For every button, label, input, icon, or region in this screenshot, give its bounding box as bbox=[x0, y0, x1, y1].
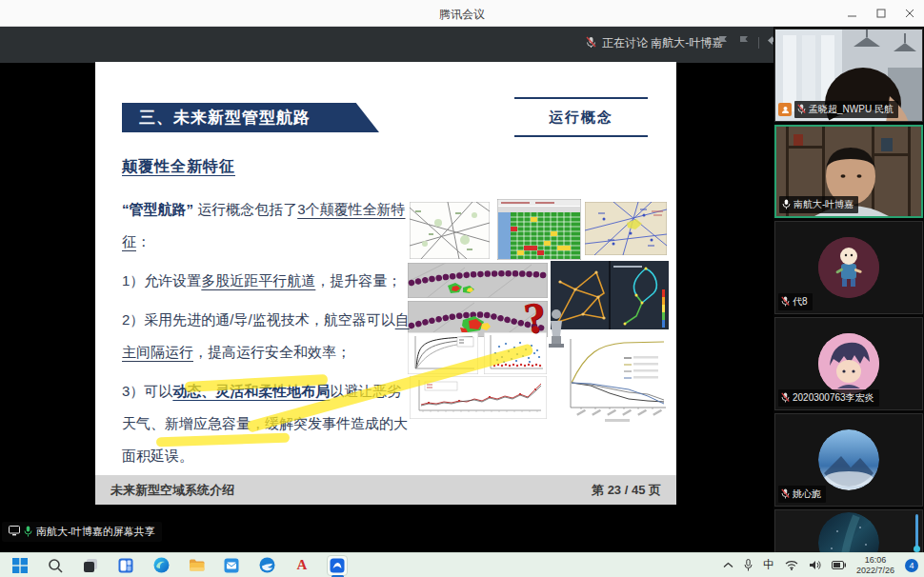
tray-clock[interactable]: 16:06 2022/7/26 bbox=[856, 555, 894, 576]
notification-badge[interactable]: 4 bbox=[905, 559, 918, 572]
muted-mic-icon bbox=[781, 296, 790, 308]
tray-mic-icon[interactable] bbox=[744, 559, 753, 571]
sidebar-scrollbar[interactable] bbox=[915, 514, 918, 548]
flag-icon-2[interactable] bbox=[737, 34, 751, 51]
presentation-slide: 三、未来新型管型航路 运行概念 颠覆性全新特征 “管型航路” 运行概念包括了3个… bbox=[95, 62, 676, 505]
video-tile-5[interactable]: 姚心旎 bbox=[774, 413, 923, 507]
axure-letter: A bbox=[297, 557, 308, 573]
volume-icon[interactable] bbox=[809, 560, 821, 570]
corner-tag-label: 运行概念 bbox=[549, 109, 613, 127]
figure-aeronautical-chart bbox=[585, 202, 667, 255]
speaking-status-text: 正在讨论 南航大-叶博嘉 bbox=[602, 35, 723, 51]
slide-title: 三、未来新型管型航路 bbox=[122, 107, 311, 129]
file-explorer-icon[interactable] bbox=[186, 555, 207, 576]
muted-mic-icon bbox=[781, 392, 790, 405]
window-titlebar: 腾讯会议 bbox=[0, 0, 924, 27]
question-mark-figure: ? bbox=[524, 296, 583, 353]
participant-name: 南航大-叶博嘉 bbox=[793, 198, 854, 211]
video-tile-6[interactable]: 于鹤楠 bbox=[774, 509, 923, 552]
mail-icon[interactable] bbox=[221, 555, 242, 576]
figure-airway-map bbox=[410, 202, 490, 259]
participant-name: 姚心旎 bbox=[793, 487, 821, 501]
video-tile-1[interactable]: 孟晓超_NWPU 民航 bbox=[774, 29, 923, 122]
battery-icon[interactable] bbox=[832, 561, 846, 569]
search-icon[interactable] bbox=[45, 555, 66, 576]
speaking-status: 正在讨论 南航大-叶博嘉 bbox=[586, 35, 723, 51]
wifi-icon[interactable] bbox=[785, 560, 798, 570]
muted-mic-icon bbox=[586, 36, 596, 51]
share-header-tools bbox=[716, 34, 781, 51]
start-button-icon[interactable] bbox=[10, 555, 30, 576]
participant-name: 2020300763李宏炎 bbox=[793, 391, 874, 405]
active-mic-icon bbox=[782, 199, 791, 211]
slide-title-banner: 三、未来新型管型航路 bbox=[122, 103, 379, 132]
tencent-meeting-app-icon[interactable] bbox=[327, 555, 348, 576]
figure-tube-route-weather-1 bbox=[408, 263, 548, 298]
active-mic-icon bbox=[24, 526, 32, 539]
screen-share-label-text: 南航大-叶博嘉的屏幕共享 bbox=[36, 525, 155, 539]
windows-taskbar: A 中 16:06 2022/ bbox=[0, 552, 924, 577]
video-tile-2[interactable]: 南航大-叶博嘉 bbox=[774, 125, 923, 218]
browser-e-icon[interactable] bbox=[256, 555, 277, 576]
edge-browser-icon[interactable] bbox=[151, 555, 171, 576]
close-button[interactable] bbox=[895, 0, 924, 27]
screen-share-label: 南航大-叶博嘉的屏幕共享 bbox=[2, 522, 162, 542]
slide-footer-title: 未来新型空域系统介绍 bbox=[110, 482, 234, 499]
tray-date: 2022/7/26 bbox=[856, 566, 894, 576]
figure-traffic-data-table bbox=[497, 199, 581, 260]
ime-indicator[interactable]: 中 bbox=[763, 557, 774, 573]
slide-page-number: 第 23 / 45 页 bbox=[592, 482, 661, 499]
system-tray: 中 16:06 2022/7/26 4 bbox=[723, 553, 924, 577]
list-item-1: 1）允许设置多股近距平行航道，提升容量； bbox=[122, 265, 415, 297]
participant-name: 代8 bbox=[793, 295, 808, 308]
widgets-icon[interactable] bbox=[115, 555, 136, 576]
monitor-icon bbox=[9, 526, 20, 538]
intro-paragraph: “管型航路” 运行概念包括了3个颠覆性全新特征： bbox=[122, 193, 415, 258]
list-item-2: 2）采用先进的通/导/监视技术，航空器可以自主间隔运行，提高运行安全和效率； bbox=[122, 304, 415, 368]
host-badge-icon bbox=[778, 103, 792, 116]
divider bbox=[758, 37, 759, 49]
window-title: 腾讯会议 bbox=[0, 7, 924, 23]
task-view-icon[interactable] bbox=[80, 555, 101, 576]
video-tile-4[interactable]: 2020300763李宏炎 bbox=[774, 317, 923, 410]
tray-time: 16:06 bbox=[865, 555, 887, 566]
question-mark-glyph: ? bbox=[524, 296, 549, 341]
tencent-meeting-window: 腾讯会议 正在讨论 南航大-叶博嘉 bbox=[0, 0, 924, 577]
video-tile-3[interactable]: 代8 bbox=[774, 221, 923, 314]
share-header-strip: 正在讨论 南航大-叶博嘉 bbox=[0, 27, 773, 63]
axure-app-icon[interactable]: A bbox=[291, 555, 312, 576]
participant-name: 孟晓超_NWPU 民航 bbox=[809, 103, 894, 116]
minimize-button[interactable] bbox=[838, 0, 867, 27]
slide-footer-bar: 未来新型空域系统介绍 第 23 / 45 页 bbox=[95, 475, 676, 505]
muted-mic-icon bbox=[797, 104, 806, 116]
maximize-button[interactable] bbox=[867, 0, 895, 27]
muted-mic-icon bbox=[781, 488, 790, 501]
corner-tag: 运行概念 bbox=[514, 97, 648, 137]
participants-sidebar: 孟晓超_NWPU 民航 bbox=[773, 27, 924, 552]
hidden-icons-chevron[interactable] bbox=[723, 562, 733, 568]
flag-icon[interactable] bbox=[716, 34, 730, 51]
section-heading: 颠覆性全新特征 bbox=[122, 157, 235, 177]
